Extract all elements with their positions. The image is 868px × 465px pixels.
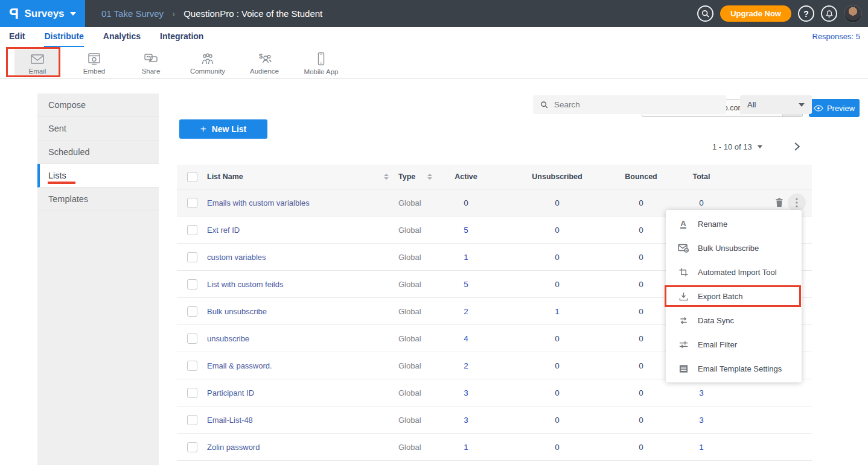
unsubscribed-count[interactable]: 0 bbox=[491, 334, 623, 343]
list-name-link[interactable]: List with custom feilds bbox=[207, 280, 392, 289]
bounced-count[interactable]: 0 bbox=[623, 198, 659, 207]
menu-item-rename[interactable]: A Rename bbox=[666, 212, 802, 236]
responses-count[interactable]: Responses: 5 bbox=[812, 32, 861, 41]
bounced-count[interactable]: 0 bbox=[623, 443, 659, 452]
row-checkbox[interactable] bbox=[187, 198, 197, 208]
table-row[interactable]: Participant ID Global 3 0 0 3 bbox=[177, 379, 812, 406]
bounced-count[interactable]: 0 bbox=[623, 361, 659, 370]
toolbar-item-share[interactable]: Share bbox=[128, 49, 174, 77]
list-name-link[interactable]: Participant ID bbox=[207, 388, 392, 397]
total-count[interactable]: 3 bbox=[659, 416, 744, 425]
list-name-link[interactable]: Bulk unsubscribe bbox=[207, 307, 392, 316]
product-switcher[interactable]: P Surveys bbox=[0, 0, 85, 27]
row-menu-button[interactable] bbox=[788, 194, 806, 212]
tab-analytics[interactable]: Analytics bbox=[103, 27, 141, 47]
menu-item-email-filter[interactable]: Email Filter bbox=[666, 332, 802, 356]
new-list-button[interactable]: + New List bbox=[179, 119, 267, 139]
preview-button[interactable]: Preview bbox=[809, 99, 860, 117]
unsubscribed-count[interactable]: 0 bbox=[491, 388, 623, 397]
sidebar-item-compose[interactable]: Compose bbox=[37, 93, 159, 117]
active-count[interactable]: 2 bbox=[441, 307, 491, 316]
list-search-input[interactable]: Search bbox=[533, 95, 726, 114]
total-count[interactable]: 1 bbox=[659, 443, 744, 452]
sidebar-item-scheduled[interactable]: Scheduled bbox=[37, 141, 159, 164]
trash-icon[interactable] bbox=[774, 197, 784, 208]
row-checkbox[interactable] bbox=[187, 225, 197, 235]
notifications-button[interactable] bbox=[821, 5, 837, 22]
sort-icon[interactable] bbox=[384, 174, 389, 180]
row-checkbox[interactable] bbox=[187, 388, 197, 398]
tab-distribute[interactable]: Distribute bbox=[44, 27, 83, 47]
unsubscribed-count[interactable]: 0 bbox=[491, 416, 623, 425]
active-count[interactable]: 0 bbox=[441, 198, 491, 207]
unsubscribed-count[interactable]: 0 bbox=[491, 198, 623, 207]
row-checkbox[interactable] bbox=[187, 442, 197, 452]
bounced-count[interactable]: 0 bbox=[623, 388, 659, 397]
column-header-type[interactable]: Type bbox=[398, 172, 415, 181]
bounced-count[interactable]: 0 bbox=[623, 416, 659, 425]
table-row[interactable]: Email-List-48 Global 3 0 0 3 bbox=[177, 406, 812, 434]
sort-icon[interactable] bbox=[427, 174, 432, 180]
active-count[interactable]: 1 bbox=[441, 253, 491, 262]
column-header-total[interactable]: Total bbox=[659, 172, 744, 181]
active-count[interactable]: 3 bbox=[441, 416, 491, 425]
pagination-next-button[interactable] bbox=[792, 141, 802, 154]
column-header-active[interactable]: Active bbox=[441, 172, 491, 181]
total-count[interactable]: 3 bbox=[659, 388, 744, 397]
tab-edit[interactable]: Edit bbox=[9, 27, 25, 47]
menu-item-automated-import-tool[interactable]: Automated Import Tool bbox=[666, 260, 802, 284]
active-count[interactable]: 2 bbox=[441, 361, 491, 370]
active-count[interactable]: 5 bbox=[441, 226, 491, 235]
unsubscribed-count[interactable]: 0 bbox=[491, 443, 623, 452]
unsubscribed-count[interactable]: 0 bbox=[491, 253, 623, 262]
row-checkbox[interactable] bbox=[187, 334, 197, 344]
row-checkbox[interactable] bbox=[187, 306, 197, 317]
active-count[interactable]: 3 bbox=[441, 388, 491, 397]
toolbar-item-community[interactable]: Community bbox=[185, 49, 231, 77]
row-checkbox[interactable] bbox=[187, 252, 197, 262]
row-checkbox[interactable] bbox=[187, 415, 197, 425]
column-header-bounced[interactable]: Bounced bbox=[623, 172, 659, 181]
bounced-count[interactable]: 0 bbox=[623, 226, 659, 235]
bounced-count[interactable]: 0 bbox=[623, 307, 659, 316]
sidebar-item-sent[interactable]: Sent bbox=[37, 117, 159, 141]
active-count[interactable]: 5 bbox=[441, 280, 491, 289]
bounced-count[interactable]: 0 bbox=[623, 334, 659, 343]
toolbar-item-embed[interactable]: Embed bbox=[71, 49, 117, 77]
list-filter-dropdown[interactable]: All bbox=[740, 95, 812, 114]
sidebar-item-lists[interactable]: Lists bbox=[37, 164, 159, 188]
column-header-unsubscribed[interactable]: Unsubscribed bbox=[491, 172, 623, 181]
upgrade-now-button[interactable]: Upgrade Now bbox=[720, 5, 791, 22]
list-name-link[interactable]: unsubscribe bbox=[207, 334, 392, 343]
row-checkbox[interactable] bbox=[187, 361, 197, 371]
user-avatar[interactable] bbox=[844, 5, 862, 23]
bounced-count[interactable]: 0 bbox=[623, 280, 659, 289]
column-header-list-name[interactable]: List Name bbox=[207, 172, 243, 181]
menu-item-email-template-settings[interactable]: Email Template Settings bbox=[666, 356, 802, 381]
row-checkbox[interactable] bbox=[187, 279, 197, 289]
bounced-count[interactable]: 0 bbox=[623, 253, 659, 262]
unsubscribed-count[interactable]: 1 bbox=[491, 307, 623, 316]
toolbar-item-audience[interactable]: $ Audience bbox=[241, 49, 287, 77]
list-name-link[interactable]: custom variables bbox=[207, 253, 392, 262]
list-name-link[interactable]: Emails with custom varialbles bbox=[207, 198, 392, 207]
breadcrumb-survey-link[interactable]: 01 Take Survey bbox=[101, 8, 164, 19]
tab-integration[interactable]: Integration bbox=[160, 27, 203, 47]
search-button[interactable] bbox=[697, 5, 713, 22]
unsubscribed-count[interactable]: 0 bbox=[491, 280, 623, 289]
active-count[interactable]: 4 bbox=[441, 334, 491, 343]
menu-item-data-sync[interactable]: Data Sync bbox=[666, 308, 802, 332]
unsubscribed-count[interactable]: 0 bbox=[491, 361, 623, 370]
table-row[interactable]: Zolin password Global 1 0 0 1 bbox=[177, 434, 812, 461]
list-name-link[interactable]: Email-List-48 bbox=[207, 416, 392, 425]
toolbar-item-mobile-app[interactable]: Mobile App bbox=[298, 49, 344, 77]
help-button[interactable]: ? bbox=[798, 5, 814, 22]
unsubscribed-count[interactable]: 0 bbox=[491, 226, 623, 235]
select-all-checkbox[interactable] bbox=[187, 172, 197, 182]
pagination-control[interactable]: 1 - 10 of 13 bbox=[712, 142, 762, 151]
menu-item-bulk-unsubscribe[interactable]: Bulk Unsubscribe bbox=[666, 236, 802, 260]
list-name-link[interactable]: Zolin password bbox=[207, 443, 392, 452]
active-count[interactable]: 1 bbox=[441, 443, 491, 452]
list-name-link[interactable]: Ext ref ID bbox=[207, 226, 392, 235]
sidebar-item-templates[interactable]: Templates bbox=[37, 188, 159, 211]
